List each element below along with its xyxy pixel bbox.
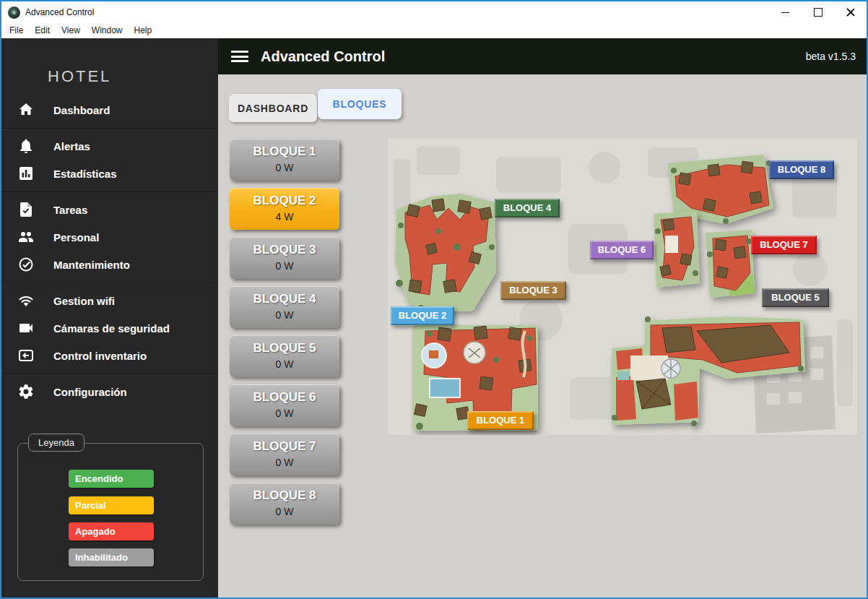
sidebar-item-label: Configuración [53, 386, 127, 398]
os-titlebar: Advanced Control [1, 1, 867, 23]
menu-edit[interactable]: Edit [29, 23, 56, 38]
sidebar-item-tareas[interactable]: Tareas [1, 196, 218, 223]
menu-help[interactable]: Help [129, 23, 158, 38]
video-camera-icon [17, 319, 35, 337]
close-button[interactable] [834, 1, 867, 23]
sidebar-item-alertas[interactable]: Alertas [1, 132, 218, 160]
block-button-label: BLOQUE 8 [230, 488, 339, 503]
legend-item-inhabilitado: Inhabilitado [69, 548, 154, 566]
map-label-bloque-1[interactable]: BLOQUE 1 [467, 411, 534, 430]
sidebar: HOTEL Dashboard Alertas Estadísticas Tar… [1, 38, 218, 598]
block-button-bloque-1[interactable]: BLOQUE 1 0 W [230, 139, 339, 181]
legend-item-encendido: Encendido [69, 470, 154, 488]
sidebar-item-label: Tareas [53, 204, 87, 216]
sidebar-divider [1, 374, 218, 374]
bar-chart-icon [17, 165, 35, 182]
map-label-bloque-7[interactable]: BLOQUE 7 [751, 236, 817, 254]
legend-item-apagado: Apagado [69, 522, 154, 540]
block-button-label: BLOQUE 7 [230, 439, 339, 454]
map-label-bloque-8[interactable]: BLOQUE 8 [769, 160, 834, 179]
sidebar-item-camaras[interactable]: Cámaras de seguridad [1, 314, 218, 342]
map-artwork [388, 139, 857, 435]
map-label-bloque-6[interactable]: BLOQUE 6 [590, 241, 654, 259]
sidebar-item-label: Cámaras de seguridad [53, 322, 170, 335]
sidebar-item-estadisticas[interactable]: Estadísticas [1, 160, 218, 187]
task-icon [17, 201, 35, 218]
app-header: Advanced Control beta v1.5.3 [218, 38, 867, 74]
wifi-icon [17, 292, 35, 309]
block-button-power: 0 W [230, 260, 339, 272]
menu-bar: File Edit View Window Help [1, 23, 867, 38]
block-button-power: 0 W [230, 457, 339, 468]
bell-icon [17, 137, 35, 155]
block-button-bloque-7[interactable]: BLOQUE 7 0 W [230, 434, 339, 475]
app-window: Advanced Control File Edit View Window H… [0, 0, 868, 599]
block-button-bloque-4[interactable]: BLOQUE 4 0 W [230, 286, 339, 328]
sidebar-item-control-inventario[interactable]: Control inventario [1, 342, 218, 369]
sidebar-item-label: Control inventario [53, 350, 147, 362]
sidebar-item-label: Dashboard [53, 104, 110, 116]
menu-file[interactable]: File [4, 23, 29, 38]
block-button-bloque-2[interactable]: BLOQUE 2 4 W [230, 188, 339, 230]
sidebar-item-label: Personal [53, 231, 99, 244]
minimize-button[interactable] [769, 1, 802, 23]
main-content: Advanced Control beta v1.5.3 DASHBOARD B… [218, 38, 867, 598]
block-button-label: BLOQUE 1 [230, 145, 339, 159]
sidebar-divider [1, 128, 218, 129]
block-button-bloque-8[interactable]: BLOQUE 8 0 W [230, 483, 339, 525]
map-label-bloque-2[interactable]: BLOQUE 2 [391, 306, 454, 325]
block-button-label: BLOQUE 4 [230, 292, 339, 306]
map-label-bloque-4[interactable]: BLOQUE 4 [495, 199, 560, 217]
sidebar-item-label: Estadísticas [53, 168, 117, 180]
block-button-label: BLOQUE 2 [230, 194, 339, 208]
block-button-power: 0 W [230, 309, 339, 321]
sidebar-item-label: Gestion wifi [53, 295, 115, 307]
sidebar-item-configuracion[interactable]: Configuración [1, 378, 218, 405]
app-logo-icon [8, 7, 20, 19]
sidebar-item-gestion-wifi[interactable]: Gestion wifi [1, 287, 218, 314]
map-label-bloque-3[interactable]: BLOQUE 3 [500, 281, 566, 300]
people-icon [17, 228, 35, 246]
block-button-power: 0 W [230, 408, 339, 419]
sidebar-divider [1, 283, 218, 283]
inventory-icon [17, 347, 35, 364]
legend-title: Leyenda [28, 434, 84, 452]
window-controls [769, 1, 867, 23]
app-title: Advanced Control [261, 48, 806, 65]
block-button-bloque-3[interactable]: BLOQUE 3 0 W [230, 237, 339, 279]
app-version: beta v1.5.3 [806, 51, 856, 62]
check-circle-icon [17, 256, 35, 273]
sidebar-item-dashboard[interactable]: Dashboard [1, 96, 218, 124]
sidebar-item-personal[interactable]: Personal [1, 223, 218, 251]
sidebar-divider [1, 191, 218, 192]
block-button-power: 0 W [230, 162, 339, 173]
block-button-label: BLOQUE 3 [230, 243, 339, 257]
menu-window[interactable]: Window [86, 23, 129, 38]
block-button-label: BLOQUE 5 [230, 341, 339, 355]
sidebar-item-mantenimiento[interactable]: Mantenimiento [1, 251, 218, 278]
brand-logo: HOTEL [48, 67, 111, 86]
block-button-label: BLOQUE 6 [230, 390, 339, 405]
block-button-power: 4 W [230, 211, 339, 223]
tab-dashboard[interactable]: DASHBOARD [229, 94, 317, 122]
legend-box: Leyenda Encendido Parcial Apagado Inhabi… [17, 443, 204, 581]
menu-view[interactable]: View [56, 23, 86, 38]
minimize-icon [781, 12, 789, 13]
sidebar-item-label: Mantenimiento [53, 259, 130, 271]
hamburger-menu-icon[interactable] [231, 51, 248, 62]
tab-bloques[interactable]: BLOQUES [318, 89, 402, 119]
close-icon [846, 8, 855, 17]
map-label-bloque-5[interactable]: BLOQUE 5 [762, 288, 829, 307]
resort-map: BLOQUE 8 BLOQUE 4 BLOQUE 6 BLOQUE 7 BLOQ… [388, 139, 857, 435]
block-button-bloque-6[interactable]: BLOQUE 6 0 W [230, 384, 339, 426]
block-button-power: 0 W [230, 506, 339, 517]
block-button-bloque-5[interactable]: BLOQUE 5 0 W [230, 335, 339, 377]
maximize-icon [814, 8, 823, 17]
window-title: Advanced Control [25, 7, 769, 17]
block-button-power: 0 W [230, 358, 339, 370]
gear-icon [17, 383, 35, 400]
sidebar-item-label: Alertas [53, 140, 90, 152]
legend-item-parcial: Parcial [69, 496, 154, 514]
home-icon [17, 101, 35, 118]
maximize-button[interactable] [802, 1, 834, 23]
